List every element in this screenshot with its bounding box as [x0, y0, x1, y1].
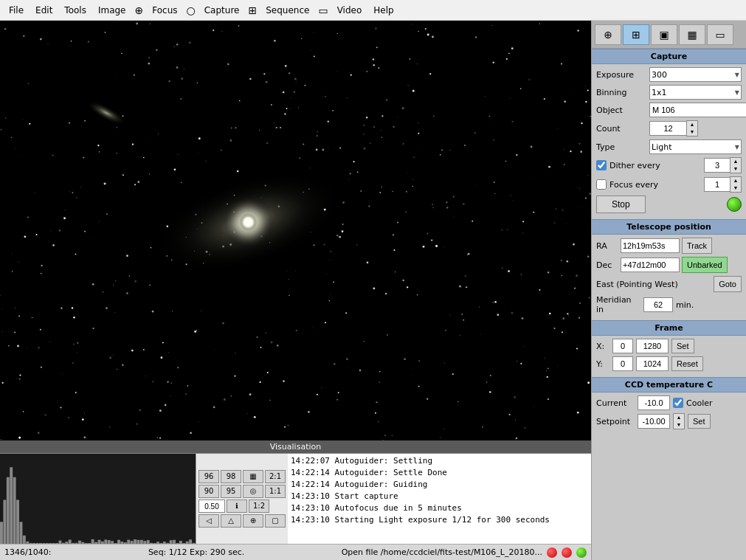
toolbar-table-icon[interactable]: ▦ — [679, 24, 705, 45]
log-entry-1: 14:22:14 Autoguider: Settle Done — [291, 467, 588, 479]
status-seq: Seq: 1/12 Exp: 290 sec. — [148, 547, 244, 557]
vis-row-3: ℹ 1:2 — [198, 499, 286, 513]
vis-btn-zoom21[interactable]: 2:1 — [265, 470, 286, 483]
meridian-input[interactable] — [643, 297, 673, 312]
telescope-section-header: Telescope position — [592, 219, 746, 235]
menu-image[interactable]: Image — [92, 3, 132, 18]
stop-button[interactable]: Stop — [596, 196, 646, 213]
log-entry-3: 14:23:10 Start capture — [291, 491, 588, 502]
count-down[interactable]: ▼ — [687, 128, 697, 136]
menu-help[interactable]: Help — [367, 3, 399, 18]
dither-down[interactable]: ▼ — [731, 165, 741, 173]
vis-btn-select[interactable]: ▢ — [265, 514, 286, 528]
vis-btn-98[interactable]: 98 — [221, 470, 241, 483]
dec-input[interactable] — [621, 257, 680, 272]
binning-row: Binning 1x1 ▼ — [596, 85, 742, 100]
count-up[interactable]: ▲ — [687, 121, 697, 128]
current-label: Current — [596, 398, 635, 408]
setpoint-up[interactable]: ▲ — [674, 414, 684, 421]
status-bar: 1346/1040: Seq: 1/12 Exp: 290 sec. Open … — [0, 544, 591, 560]
film-menu-icon: ▭ — [315, 4, 331, 16]
goto-button[interactable]: Goto — [714, 276, 742, 292]
vis-btn-90[interactable]: 90 — [198, 485, 219, 498]
status-dot-green — [576, 547, 587, 558]
menu-file[interactable]: File — [3, 3, 30, 18]
menu-edit[interactable]: Edit — [30, 3, 58, 18]
ra-row: RA Track — [596, 238, 742, 254]
menu-focus[interactable]: Focus — [146, 3, 183, 18]
object-label: Object — [596, 106, 646, 115]
menu-tools[interactable]: Tools — [58, 3, 92, 18]
object-input[interactable] — [649, 103, 746, 117]
cooler-label: Cooler — [686, 398, 713, 408]
vis-input-050[interactable] — [198, 499, 225, 513]
vis-btn-circle[interactable]: ◎ — [243, 485, 263, 498]
menu-sequence[interactable]: Sequence — [260, 3, 315, 18]
histogram-area — [0, 454, 196, 544]
vis-btn-info[interactable]: ℹ — [227, 499, 247, 513]
menubar: File Edit Tools Image ⊕ Focus ○ Capture … — [0, 0, 746, 21]
frame-reset-button[interactable]: Reset — [671, 356, 703, 371]
object-row: Object — [596, 103, 742, 117]
dither-input[interactable] — [704, 158, 730, 173]
visualisation-bar: Visualisation — [0, 440, 591, 454]
current-temp-input[interactable] — [638, 395, 670, 410]
stop-row: Stop — [596, 196, 742, 213]
exposure-combo[interactable]: 300 ▼ — [649, 67, 742, 82]
frame-set-button[interactable]: Set — [671, 339, 694, 353]
focus-up[interactable]: ▲ — [731, 177, 741, 184]
cooler-checkbox[interactable] — [673, 398, 683, 408]
focus-row: Focus every ▲ ▼ — [596, 176, 742, 193]
count-spinbox: ▲ ▼ — [649, 120, 742, 136]
dither-up[interactable]: ▲ — [731, 158, 741, 165]
setpoint-input[interactable] — [638, 414, 670, 429]
menu-capture[interactable]: Capture — [198, 3, 246, 18]
focus-down[interactable]: ▼ — [731, 184, 741, 192]
vis-btn-left-arrow[interactable]: ◁ — [198, 514, 219, 528]
focus-input[interactable] — [704, 177, 730, 192]
binning-combo[interactable]: 1x1 ▼ — [649, 85, 742, 100]
track-button[interactable]: Track — [682, 238, 712, 254]
east-row: East (Pointing West) Goto — [596, 276, 742, 292]
menu-video[interactable]: Video — [331, 3, 368, 18]
dither-label: Dither every — [609, 161, 660, 170]
grid-menu-icon: ⊞ — [245, 4, 260, 16]
setpoint-down[interactable]: ▼ — [674, 421, 684, 429]
vis-btn-zoom11[interactable]: 1:1 — [265, 485, 286, 498]
toolbar-film-icon[interactable]: ▭ — [707, 24, 733, 45]
capture-section-header: Capture — [592, 49, 746, 64]
focus-checkbox[interactable] — [596, 179, 607, 190]
log-entry-5: 14:23:10 Starting Light exposure 1/12 fo… — [291, 514, 588, 526]
frame-y-label: Y: — [596, 359, 609, 369]
vis-btn-95[interactable]: 95 — [221, 485, 241, 498]
setpoint-set-button[interactable]: Set — [688, 414, 711, 429]
frame-x-label: X: — [596, 342, 609, 351]
frame-y-size[interactable] — [636, 356, 669, 371]
toolbar-grid-icon[interactable]: ⊞ — [623, 24, 649, 45]
unparked-button[interactable]: Unbarked — [682, 257, 728, 273]
count-input[interactable] — [649, 121, 686, 136]
count-arrows: ▲ ▼ — [686, 120, 698, 136]
log-area[interactable]: 14:22:07 Autoguider: Settling 14:22:14 A… — [288, 454, 591, 544]
frame-y-start[interactable] — [612, 356, 633, 371]
vis-btn-96[interactable]: 96 — [198, 470, 219, 483]
dither-checkbox[interactable] — [596, 160, 607, 170]
exposure-value: 300 — [652, 70, 667, 80]
toolbar-camera-icon[interactable]: ▣ — [651, 24, 677, 45]
visualisation-title: Visualisation — [270, 442, 321, 452]
toolbar-target-icon[interactable]: ⊕ — [595, 24, 621, 45]
bottom-area: Visualisation 96 98 ▦ 2:1 90 95 — [0, 440, 591, 544]
count-row: Count ▲ ▼ — [596, 120, 742, 136]
vis-row-2: 90 95 ◎ 1:1 — [198, 485, 286, 498]
ra-input[interactable] — [621, 238, 680, 253]
vis-btn-crosshair[interactable]: ⊕ — [243, 514, 263, 528]
frame-x-start[interactable] — [612, 339, 633, 353]
vis-btn-up-arrow[interactable]: △ — [221, 514, 241, 528]
vis-btn-histogram[interactable]: ▦ — [243, 470, 263, 483]
log-entry-0: 14:22:07 Autoguider: Settling — [291, 455, 588, 467]
frame-x-size[interactable] — [636, 339, 669, 353]
vis-btn-zoom12[interactable]: 1:2 — [249, 499, 269, 513]
type-combo[interactable]: Light ▼ — [649, 139, 742, 154]
focus-label: Focus every — [609, 180, 658, 190]
status-green-dot — [727, 197, 742, 212]
